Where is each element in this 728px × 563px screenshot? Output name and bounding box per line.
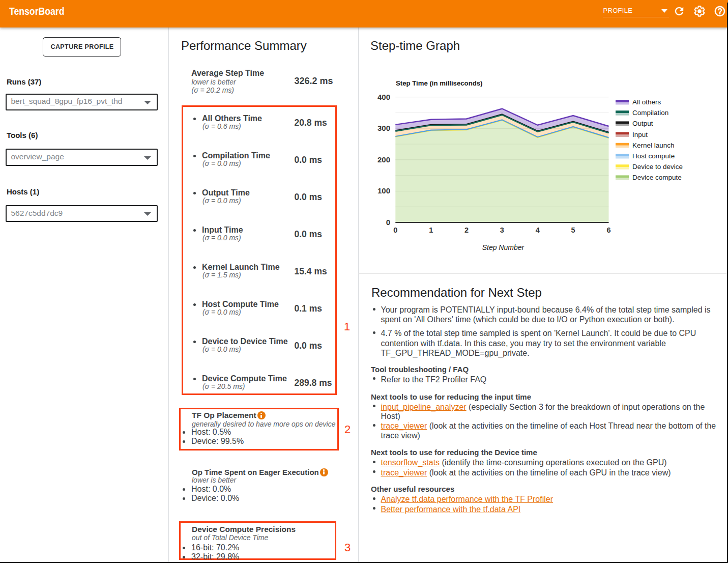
svg-text:0: 0	[393, 226, 397, 234]
svg-text:100: 100	[377, 186, 390, 195]
svg-text:3: 3	[500, 226, 504, 234]
svg-text:Kernel launch: Kernel launch	[632, 142, 675, 149]
svg-text:Device to device: Device to device	[632, 163, 683, 171]
svg-text:Compilation: Compilation	[632, 109, 668, 117]
svg-text:0: 0	[386, 218, 390, 227]
svg-text:Host compute: Host compute	[632, 152, 675, 160]
svg-text:Device compute: Device compute	[632, 174, 682, 181]
svg-text:4: 4	[536, 226, 540, 234]
svg-text:1: 1	[429, 226, 433, 234]
svg-text:2: 2	[464, 226, 469, 234]
svg-text:400: 400	[377, 93, 390, 101]
svg-text:Step Number: Step Number	[482, 243, 525, 251]
svg-text:5: 5	[571, 226, 575, 234]
svg-text:All others: All others	[632, 98, 661, 106]
svg-text:Step Time (in milliseconds): Step Time (in milliseconds)	[396, 79, 483, 87]
svg-text:Output: Output	[632, 120, 653, 127]
svg-text:Input: Input	[632, 131, 648, 138]
svg-text:200: 200	[377, 155, 390, 164]
svg-text:6: 6	[606, 226, 610, 234]
svg-text:300: 300	[377, 124, 390, 132]
